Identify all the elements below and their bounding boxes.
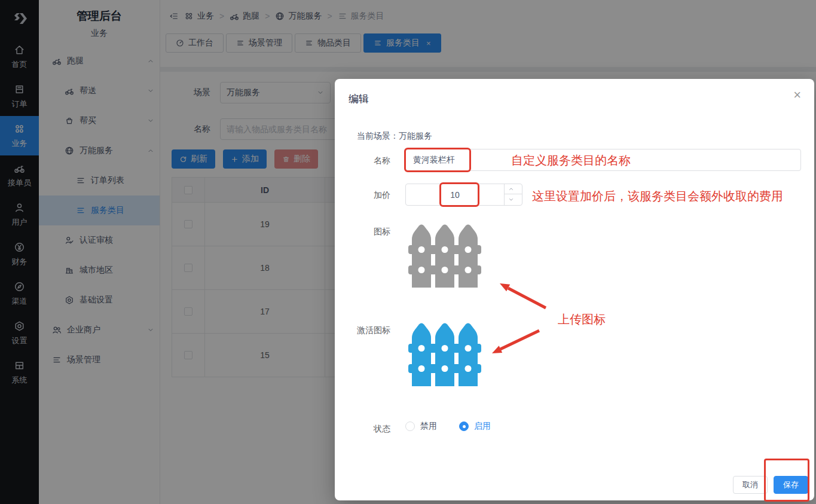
- status-enabled-radio[interactable]: [459, 421, 469, 431]
- increase-icon[interactable]: [505, 184, 522, 194]
- status-radio-group: 禁用 启用: [405, 421, 491, 432]
- name-label: 名称: [343, 155, 390, 166]
- upload-annotation: 上传图标: [558, 311, 606, 328]
- status-disabled-radio[interactable]: [405, 421, 415, 431]
- decrease-icon[interactable]: [505, 194, 522, 205]
- annotation-arrows: [335, 79, 814, 500]
- current-scene: 当前场景：万能服务: [357, 131, 432, 142]
- status-enabled-label: 启用: [474, 421, 491, 432]
- status-disabled-label: 禁用: [420, 421, 437, 432]
- name-annotation: 自定义服务类目的名称: [511, 152, 631, 169]
- price-label: 加价: [343, 190, 390, 201]
- price-value[interactable]: 10: [405, 184, 505, 206]
- active-fence-icon-upload[interactable]: [408, 322, 481, 386]
- active-icon-label: 激活图标: [343, 325, 390, 336]
- current-scene-label: 当前场景：: [357, 131, 399, 140]
- modal-title: 编辑: [349, 92, 369, 106]
- edit-modal: 编辑 × 当前场景：万能服务 名称 自定义服务类目的名称 加价 10 这里设置加…: [335, 79, 814, 500]
- price-annotation: 这里设置加价后，该服务类目会额外收取的费用: [532, 188, 783, 204]
- save-button[interactable]: 保存: [774, 476, 808, 494]
- icon-label: 图标: [343, 227, 390, 237]
- status-label: 状态: [343, 424, 390, 435]
- cancel-button[interactable]: 取消: [733, 476, 768, 494]
- price-spinner: [504, 184, 522, 206]
- close-icon[interactable]: ×: [793, 88, 801, 102]
- fence-icon-upload[interactable]: [408, 223, 481, 288]
- current-scene-value: 万能服务: [399, 131, 432, 140]
